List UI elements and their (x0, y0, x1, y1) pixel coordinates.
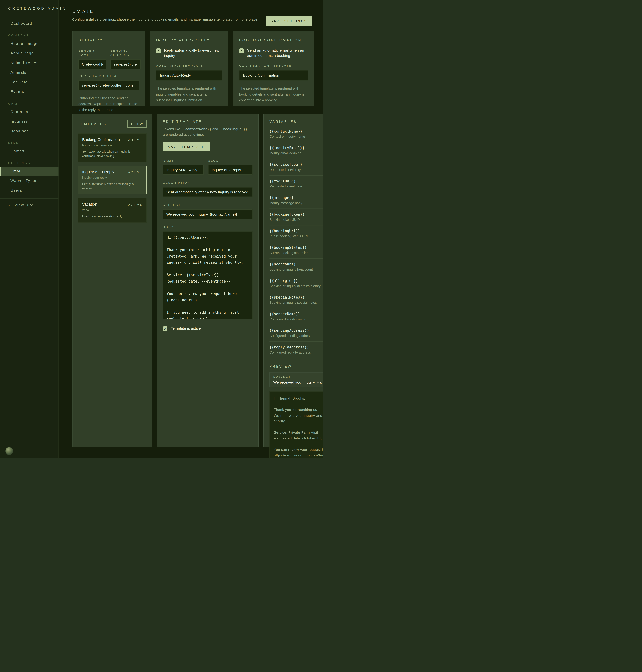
variable-token: {{specialNotes}} (269, 295, 323, 299)
sidebar-item[interactable]: Header Image (0, 39, 59, 49)
template-status-badge: ACTIVE (128, 203, 142, 206)
template-description-input[interactable] (163, 187, 253, 197)
template-active-checkbox[interactable] (163, 326, 167, 331)
sidebar-item[interactable]: Games (0, 146, 59, 156)
variables-list: {{contactName}} Contact or inquiry name … (269, 126, 323, 358)
template-name: Vacation (82, 202, 97, 207)
sidebar-item[interactable]: Animal Types (0, 58, 59, 68)
template-slug-input[interactable] (208, 165, 253, 175)
preview-body-line: You can review your request here: (274, 447, 323, 453)
save-template-button[interactable]: SAVE TEMPLATE (163, 142, 210, 151)
template-status-badge: ACTIVE (128, 171, 142, 174)
sidebar-item[interactable]: Email (0, 167, 59, 176)
sidebar-item: KIDS (0, 140, 59, 146)
token-contact-name: {{contactName}} (181, 127, 211, 131)
templates-card-title: TEMPLATES (78, 122, 107, 126)
preview-body-line: booking-token (274, 458, 323, 458)
template-subject-input[interactable] (163, 209, 253, 219)
sender-name-input[interactable] (78, 60, 106, 69)
variable-row: {{bookingStatus}} Current booking status… (269, 242, 323, 259)
variable-token: {{contactName}} (269, 129, 323, 133)
variable-token: {{eventDate}} (269, 179, 323, 183)
tokens-help-text: Tokens like {{contactName}} and {{bookin… (163, 126, 253, 137)
booking-helper-text: The selected template is rendered with b… (239, 86, 308, 103)
sidebar-item[interactable]: For Sale (0, 77, 59, 87)
sidebar: CRETEWOOD ADMIN DashboardCONTENTHeader I… (0, 0, 59, 458)
sender-name-label: SENDER NAME (78, 48, 106, 57)
auto-reply-template-label: AUTO-REPLY TEMPLATE (156, 63, 222, 68)
booking-card-title: BOOKING CONFIRMATION (239, 38, 308, 42)
settings-row: DELIVERY SENDER NAME SENDING ADDRESS REP… (72, 31, 314, 106)
template-status-badge: ACTIVE (128, 138, 142, 142)
variable-token: {{serviceType}} (269, 162, 323, 167)
preview-body-line: https://cretewoodfarm.com/booking/your- (274, 453, 323, 458)
preview-subject-value: We received your inquiry, Hannah Brooks (273, 380, 323, 385)
save-settings-button[interactable]: SAVE SETTINGS (266, 16, 312, 26)
sidebar-item[interactable]: Events (0, 87, 59, 97)
view-site-label: View Site (14, 203, 34, 207)
template-list-item[interactable]: Booking Confirmation ACTIVE booking-conf… (78, 133, 146, 162)
template-name-input[interactable] (163, 165, 204, 175)
variable-token: {{inquiryEmail}} (269, 145, 323, 150)
inquiry-auto-reply-card: INQUIRY AUTO-REPLY Reply automatically t… (150, 31, 228, 106)
template-description: Sent automatically after a new inquiry i… (82, 182, 142, 190)
variable-row: {{message}} Inquiry message body (269, 192, 323, 209)
avatar[interactable] (5, 447, 13, 455)
preview-body-line: We received your inquiry and will review… (274, 413, 323, 418)
auto-reply-checkbox[interactable] (156, 48, 161, 53)
preview-body-line: Service: Private Farm Visit (274, 430, 323, 436)
variable-token: {{bookingToken}} (269, 212, 323, 217)
sending-address-input[interactable] (110, 60, 141, 69)
variable-row: {{replyToAddress}} Configured reply-to a… (269, 341, 323, 358)
template-slug: vaca (82, 208, 142, 212)
variables-card-title: VARIABLES (269, 120, 323, 124)
sidebar-item[interactable]: About Page (0, 49, 59, 58)
reply-to-label: REPLY-TO ADDRESS (78, 74, 139, 78)
variable-row: {{bookingUrl}} Public booking status URL (269, 225, 323, 242)
variable-description: Configured sending address (269, 334, 323, 337)
variable-row: {{inquiryEmail}} Inquiry email address (269, 142, 323, 159)
edit-template-title: EDIT TEMPLATE (163, 120, 253, 124)
template-list-item[interactable]: Inquiry Auto-Reply ACTIVE inquiry-auto-r… (78, 166, 146, 194)
template-name: Booking Confirmation (82, 138, 120, 142)
sidebar-item[interactable]: Animals (0, 68, 59, 78)
variable-description: Requested event date (269, 185, 323, 188)
brand-title: CRETEWOOD ADMIN (0, 0, 59, 15)
preview-body-line: Thank you for reaching out to Cretewood … (274, 407, 323, 413)
auto-reply-template-select[interactable]: Inquiry Auto-Reply (156, 70, 222, 80)
sidebar-item[interactable]: Dashboard (0, 19, 59, 29)
inquiry-helper-text: The selected template is rendered with i… (156, 86, 222, 103)
template-slug: inquiry-auto-reply (82, 176, 142, 179)
templates-card: TEMPLATES + NEW Booking Confirmation ACT… (72, 114, 152, 447)
confirmation-template-label: CONFIRMATION TEMPLATE (239, 63, 308, 68)
sidebar-item[interactable]: Waiver Types (0, 176, 59, 186)
variable-token: {{senderName}} (269, 312, 323, 316)
sidebar-item: SETTINGS (0, 159, 59, 167)
variable-row: {{contactName}} Contact or inquiry name (269, 126, 323, 142)
confirmation-template-select[interactable]: Booking Confirmation (239, 70, 308, 80)
new-template-button[interactable]: + NEW (127, 120, 146, 128)
sidebar-view-site-link[interactable]: ←View Site (0, 198, 59, 207)
booking-email-checkbox[interactable] (239, 48, 244, 53)
sidebar-item[interactable]: Contacts (0, 107, 59, 117)
preview-subject-box: SUBJECT We received your inquiry, Hannah… (269, 372, 323, 387)
reply-to-input[interactable] (78, 80, 139, 90)
page-title: EMAIL (72, 9, 94, 14)
sidebar-item: CRM (0, 100, 59, 107)
sidebar-item[interactable]: Users (0, 186, 59, 195)
variable-token: {{bookingUrl}} (269, 229, 323, 233)
variable-token: {{allergies}} (269, 279, 323, 283)
templates-row: TEMPLATES + NEW Booking Confirmation ACT… (72, 114, 323, 447)
template-body-textarea[interactable]: Hi {{contactName}}, Thank you for reachi… (163, 232, 253, 319)
template-description: Sent automatically when an inquiry is co… (82, 150, 142, 158)
variable-row: {{serviceType}} Requested service type (269, 159, 323, 176)
sidebar-item[interactable]: Bookings (0, 126, 59, 136)
description-label: DESCRIPTION (163, 181, 253, 185)
template-list-item[interactable]: Vacation ACTIVE vaca Used for a quick va… (78, 198, 146, 222)
sidebar-item[interactable]: Inquiries (0, 117, 59, 127)
variable-description: Current booking status label (269, 251, 323, 255)
template-list: Booking Confirmation ACTIVE booking-conf… (78, 133, 146, 222)
booking-confirmation-card: BOOKING CONFIRMATION Send an automatic e… (233, 31, 314, 106)
variable-description: Requested service type (269, 168, 323, 171)
body-label: BODY (163, 225, 253, 229)
